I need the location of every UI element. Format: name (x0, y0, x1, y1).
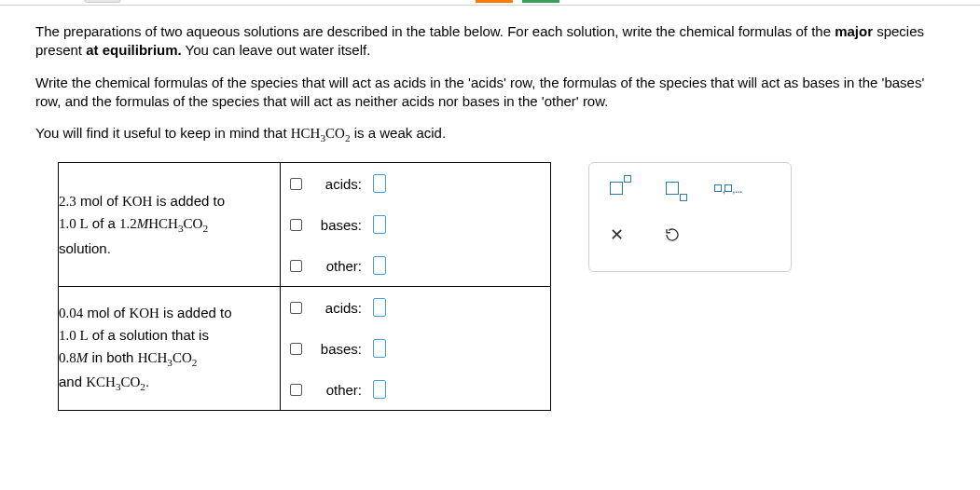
other-label: other: (313, 258, 362, 274)
bases-input[interactable] (373, 215, 386, 234)
bases-label: bases: (313, 217, 362, 233)
solution-2-description: 0.04 mol of KOH is added to 1.0 L of a s… (59, 287, 281, 411)
formatting-toolbar: ,,... ✕ (588, 162, 792, 272)
other-checkbox[interactable] (290, 384, 302, 396)
question-page: The preparations of two aqueous solution… (0, 6, 980, 439)
text: The preparations of two aqueous solution… (35, 23, 835, 39)
instructions-block: The preparations of two aqueous solution… (35, 22, 945, 145)
subscript-tool[interactable] (658, 176, 686, 200)
reset-icon (664, 226, 681, 243)
text: You will find it useful to keep in mind … (35, 125, 291, 141)
window-tab-marker (84, 0, 121, 3)
accent-orange (476, 0, 513, 3)
text-bold: at equilibrium. (86, 42, 182, 58)
solution-1-description: 2.3 mol of KOH is added to 1.0 L of a 1.… (59, 163, 281, 287)
other-input[interactable] (373, 380, 386, 399)
other-checkbox[interactable] (290, 260, 302, 272)
superscript-tool[interactable] (602, 176, 630, 200)
bases-input[interactable] (373, 339, 386, 358)
reset-button[interactable] (658, 223, 686, 247)
bases-checkbox[interactable] (290, 343, 302, 355)
text: You can leave out water itself. (182, 42, 371, 58)
other-label: other: (313, 382, 362, 398)
window-top-border (0, 0, 980, 6)
acids-input[interactable] (373, 298, 386, 317)
acids-label: acids: (313, 176, 362, 192)
bases-label: bases: (313, 341, 362, 357)
close-icon: ✕ (610, 225, 624, 245)
acids-label: acids: (313, 300, 362, 316)
acids-checkbox[interactable] (290, 178, 302, 190)
instruction-para-3: You will find it useful to keep in mind … (35, 124, 945, 145)
solution-2-answers: acids: bases: other: (281, 287, 551, 411)
acids-checkbox[interactable] (290, 302, 302, 314)
accent-green (522, 0, 559, 3)
instruction-para-1: The preparations of two aqueous solution… (35, 22, 945, 61)
clear-button[interactable]: ✕ (602, 223, 630, 247)
text: is a weak acid. (351, 125, 447, 141)
acids-input[interactable] (373, 174, 386, 193)
other-input[interactable] (373, 256, 386, 275)
instruction-para-2: Write the chemical formulas of the speci… (35, 74, 945, 112)
solution-1-answers: acids: bases: other: (281, 163, 551, 287)
solutions-table: 2.3 mol of KOH is added to 1.0 L of a 1.… (58, 162, 551, 411)
list-tool[interactable]: ,,... (714, 176, 742, 200)
text-bold: major (835, 23, 873, 39)
formula-hch3co2: HCH3CO2 (291, 126, 351, 141)
bases-checkbox[interactable] (290, 219, 302, 231)
